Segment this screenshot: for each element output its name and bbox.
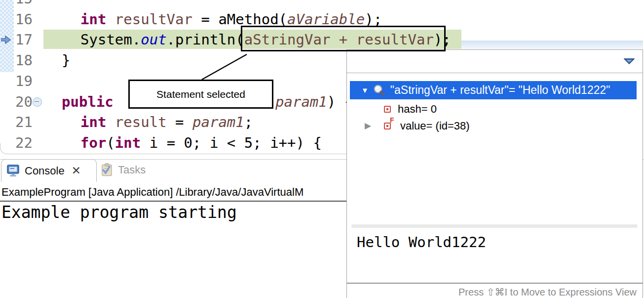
detail-pane-value[interactable]: Hello World1222 — [357, 234, 486, 251]
console-icon — [7, 165, 20, 177]
statement-selected-callout: Statement selected — [128, 80, 273, 109]
tasks-icon — [101, 163, 114, 176]
collapse-arrow-icon[interactable]: ▶ — [365, 118, 371, 134]
popup-top-shadow — [461, 41, 643, 49]
code-text: } — [62, 50, 70, 71]
editor-view-border — [0, 143, 348, 154]
instruction-pointer-icon — [1, 36, 11, 44]
final-field-marker: F — [390, 116, 394, 124]
inspect-popup: ▼ "aStringVar + resultVar"= "Hello World… — [346, 49, 643, 298]
status-bar-divider — [347, 283, 643, 284]
hash-field-label[interactable]: hash= 0 — [398, 101, 437, 118]
expand-arrow-icon[interactable]: ▼ — [361, 86, 369, 94]
tab-tasks-label: Tasks — [118, 164, 146, 176]
line-number[interactable]: 19 — [15, 71, 33, 91]
line-number[interactable]: 17 — [15, 29, 33, 50]
expression-row-selected[interactable]: ▼ "aStringVar + resultVar"= "Hello World… — [350, 81, 637, 99]
view-menu-icon[interactable] — [624, 58, 635, 64]
line-number[interactable]: 15 — [15, 0, 33, 9]
code-text: int result = param1; — [80, 112, 253, 132]
callout-label: Statement selected — [156, 88, 245, 100]
close-icon[interactable]: ✕ — [72, 165, 81, 176]
code-line-15[interactable]: 15 — [0, 0, 644, 9]
line-number[interactable]: 21 — [15, 112, 33, 132]
value-field-label[interactable]: value= (id=38) — [400, 118, 470, 134]
status-hint-text: Press ⇧⌘I to Move to Expressions View — [458, 286, 637, 298]
code-text: public — [62, 91, 114, 112]
fold-collapse-icon[interactable] — [33, 97, 42, 107]
tab-console-label: Console — [25, 165, 65, 177]
inspect-magnifier-icon — [373, 84, 386, 96]
code-text: param1) { — [275, 91, 353, 112]
tab-console[interactable]: Console ✕ — [1, 159, 97, 182]
console-output-text[interactable]: Example program starting — [1, 202, 237, 223]
tab-tasks[interactable]: Tasks — [101, 163, 146, 176]
line-number[interactable]: 18 — [15, 50, 33, 71]
expression-result-label: "aStringVar + resultVar"= "Hello World12… — [390, 84, 610, 97]
eclipse-debug-screenshot: 1516int resultVar = aMethod(aVariable);1… — [0, 0, 644, 298]
detail-pane-splitter[interactable] — [351, 224, 638, 228]
popup-toolbar — [347, 50, 643, 73]
statement-selection-box — [241, 26, 446, 51]
private-field-icon — [384, 106, 391, 113]
line-number[interactable]: 16 — [15, 9, 33, 30]
console-process-description: ExampleProgram [Java Application] /Libra… — [1, 185, 346, 200]
line-number[interactable]: 20 — [15, 91, 33, 112]
